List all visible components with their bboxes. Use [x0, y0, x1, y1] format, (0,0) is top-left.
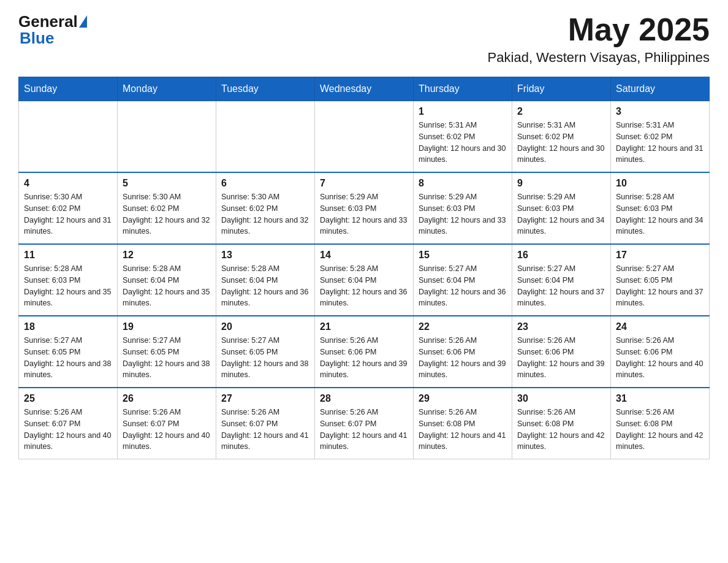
- calendar-header: SundayMondayTuesdayWednesdayThursdayFrid…: [19, 77, 710, 101]
- calendar-cell: 20Sunrise: 5:27 AM Sunset: 6:05 PM Dayli…: [216, 316, 315, 388]
- day-info: Sunrise: 5:26 AM Sunset: 6:07 PM Dayligh…: [221, 407, 309, 453]
- day-of-week-saturday: Saturday: [611, 77, 710, 101]
- calendar-cell: 3Sunrise: 5:31 AM Sunset: 6:02 PM Daylig…: [611, 101, 710, 173]
- day-number: 10: [616, 178, 704, 189]
- location-subtitle: Pakiad, Western Visayas, Philippines: [488, 50, 710, 66]
- day-number: 19: [123, 321, 211, 332]
- calendar-cell: 23Sunrise: 5:26 AM Sunset: 6:06 PM Dayli…: [512, 316, 611, 388]
- day-of-week-thursday: Thursday: [414, 77, 512, 101]
- calendar-cell: 9Sunrise: 5:29 AM Sunset: 6:03 PM Daylig…: [512, 172, 611, 244]
- calendar-cell: [216, 101, 315, 173]
- day-number: 22: [419, 321, 507, 332]
- day-info: Sunrise: 5:26 AM Sunset: 6:08 PM Dayligh…: [419, 407, 507, 453]
- calendar-cell: 8Sunrise: 5:29 AM Sunset: 6:03 PM Daylig…: [414, 172, 512, 244]
- day-info: Sunrise: 5:26 AM Sunset: 6:08 PM Dayligh…: [616, 407, 704, 453]
- day-number: 13: [221, 250, 309, 261]
- day-of-week-monday: Monday: [118, 77, 216, 101]
- day-info: Sunrise: 5:26 AM Sunset: 6:07 PM Dayligh…: [24, 407, 112, 453]
- day-info: Sunrise: 5:28 AM Sunset: 6:04 PM Dayligh…: [123, 263, 211, 309]
- calendar-cell: 16Sunrise: 5:27 AM Sunset: 6:04 PM Dayli…: [512, 244, 611, 316]
- header-right: May 2025 Pakiad, Western Visayas, Philip…: [488, 12, 710, 66]
- day-number: 12: [123, 250, 211, 261]
- calendar-cell: [118, 101, 216, 173]
- day-of-week-wednesday: Wednesday: [315, 77, 414, 101]
- day-number: 20: [221, 321, 309, 332]
- calendar-cell: 28Sunrise: 5:26 AM Sunset: 6:07 PM Dayli…: [315, 388, 414, 459]
- day-info: Sunrise: 5:26 AM Sunset: 6:06 PM Dayligh…: [517, 335, 605, 381]
- day-number: 31: [616, 393, 704, 404]
- calendar-cell: [19, 101, 118, 173]
- day-number: 15: [419, 250, 507, 261]
- day-number: 9: [517, 178, 605, 189]
- calendar-cell: [315, 101, 414, 173]
- day-info: Sunrise: 5:27 AM Sunset: 6:05 PM Dayligh…: [123, 335, 211, 381]
- day-number: 26: [123, 393, 211, 404]
- day-info: Sunrise: 5:28 AM Sunset: 6:03 PM Dayligh…: [616, 191, 704, 237]
- calendar-cell: 15Sunrise: 5:27 AM Sunset: 6:04 PM Dayli…: [414, 244, 512, 316]
- day-number: 4: [24, 178, 112, 189]
- day-info: Sunrise: 5:26 AM Sunset: 6:06 PM Dayligh…: [320, 335, 408, 381]
- day-number: 29: [419, 393, 507, 404]
- calendar-cell: 11Sunrise: 5:28 AM Sunset: 6:03 PM Dayli…: [19, 244, 118, 316]
- calendar-cell: 27Sunrise: 5:26 AM Sunset: 6:07 PM Dayli…: [216, 388, 315, 459]
- day-number: 27: [221, 393, 309, 404]
- calendar-cell: 1Sunrise: 5:31 AM Sunset: 6:02 PM Daylig…: [414, 101, 512, 173]
- day-info: Sunrise: 5:28 AM Sunset: 6:04 PM Dayligh…: [320, 263, 408, 309]
- day-info: Sunrise: 5:27 AM Sunset: 6:05 PM Dayligh…: [24, 335, 112, 381]
- day-number: 5: [123, 178, 211, 189]
- calendar-week-row: 1Sunrise: 5:31 AM Sunset: 6:02 PM Daylig…: [19, 101, 710, 173]
- calendar-cell: 22Sunrise: 5:26 AM Sunset: 6:06 PM Dayli…: [414, 316, 512, 388]
- page-header: General Blue May 2025 Pakiad, Western Vi…: [18, 12, 710, 66]
- calendar-cell: 31Sunrise: 5:26 AM Sunset: 6:08 PM Dayli…: [611, 388, 710, 459]
- month-year-title: May 2025: [488, 12, 710, 47]
- calendar-cell: 10Sunrise: 5:28 AM Sunset: 6:03 PM Dayli…: [611, 172, 710, 244]
- day-info: Sunrise: 5:30 AM Sunset: 6:02 PM Dayligh…: [24, 191, 112, 237]
- day-info: Sunrise: 5:26 AM Sunset: 6:07 PM Dayligh…: [123, 407, 211, 453]
- day-info: Sunrise: 5:27 AM Sunset: 6:05 PM Dayligh…: [616, 263, 704, 309]
- calendar-cell: 18Sunrise: 5:27 AM Sunset: 6:05 PM Dayli…: [19, 316, 118, 388]
- calendar-cell: 12Sunrise: 5:28 AM Sunset: 6:04 PM Dayli…: [118, 244, 216, 316]
- day-number: 28: [320, 393, 408, 404]
- day-number: 21: [320, 321, 408, 332]
- calendar-cell: 6Sunrise: 5:30 AM Sunset: 6:02 PM Daylig…: [216, 172, 315, 244]
- calendar-cell: 26Sunrise: 5:26 AM Sunset: 6:07 PM Dayli…: [118, 388, 216, 459]
- day-info: Sunrise: 5:28 AM Sunset: 6:03 PM Dayligh…: [24, 263, 112, 309]
- logo: General Blue: [18, 12, 87, 48]
- day-number: 14: [320, 250, 408, 261]
- calendar-cell: 24Sunrise: 5:26 AM Sunset: 6:06 PM Dayli…: [611, 316, 710, 388]
- day-info: Sunrise: 5:29 AM Sunset: 6:03 PM Dayligh…: [419, 191, 507, 237]
- calendar-cell: 29Sunrise: 5:26 AM Sunset: 6:08 PM Dayli…: [414, 388, 512, 459]
- day-number: 16: [517, 250, 605, 261]
- day-number: 24: [616, 321, 704, 332]
- day-number: 3: [616, 106, 704, 117]
- day-number: 17: [616, 250, 704, 261]
- day-info: Sunrise: 5:29 AM Sunset: 6:03 PM Dayligh…: [320, 191, 408, 237]
- day-info: Sunrise: 5:31 AM Sunset: 6:02 PM Dayligh…: [419, 120, 507, 166]
- calendar-cell: 2Sunrise: 5:31 AM Sunset: 6:02 PM Daylig…: [512, 101, 611, 173]
- calendar-cell: 4Sunrise: 5:30 AM Sunset: 6:02 PM Daylig…: [19, 172, 118, 244]
- day-of-week-tuesday: Tuesday: [216, 77, 315, 101]
- calendar-cell: 30Sunrise: 5:26 AM Sunset: 6:08 PM Dayli…: [512, 388, 611, 459]
- calendar-week-row: 25Sunrise: 5:26 AM Sunset: 6:07 PM Dayli…: [19, 388, 710, 459]
- day-number: 1: [419, 106, 507, 117]
- day-info: Sunrise: 5:31 AM Sunset: 6:02 PM Dayligh…: [517, 120, 605, 166]
- day-number: 18: [24, 321, 112, 332]
- calendar-table: SundayMondayTuesdayWednesdayThursdayFrid…: [18, 77, 710, 459]
- day-info: Sunrise: 5:27 AM Sunset: 6:04 PM Dayligh…: [517, 263, 605, 309]
- day-number: 8: [419, 178, 507, 189]
- day-info: Sunrise: 5:27 AM Sunset: 6:04 PM Dayligh…: [419, 263, 507, 309]
- day-info: Sunrise: 5:30 AM Sunset: 6:02 PM Dayligh…: [221, 191, 309, 237]
- day-info: Sunrise: 5:30 AM Sunset: 6:02 PM Dayligh…: [123, 191, 211, 237]
- day-number: 30: [517, 393, 605, 404]
- day-number: 2: [517, 106, 605, 117]
- day-info: Sunrise: 5:28 AM Sunset: 6:04 PM Dayligh…: [221, 263, 309, 309]
- calendar-cell: 5Sunrise: 5:30 AM Sunset: 6:02 PM Daylig…: [118, 172, 216, 244]
- day-info: Sunrise: 5:26 AM Sunset: 6:06 PM Dayligh…: [419, 335, 507, 381]
- calendar-cell: 19Sunrise: 5:27 AM Sunset: 6:05 PM Dayli…: [118, 316, 216, 388]
- calendar-cell: 17Sunrise: 5:27 AM Sunset: 6:05 PM Dayli…: [611, 244, 710, 316]
- calendar-cell: 21Sunrise: 5:26 AM Sunset: 6:06 PM Dayli…: [315, 316, 414, 388]
- day-info: Sunrise: 5:26 AM Sunset: 6:06 PM Dayligh…: [616, 335, 704, 381]
- day-number: 11: [24, 250, 112, 261]
- calendar-week-row: 18Sunrise: 5:27 AM Sunset: 6:05 PM Dayli…: [19, 316, 710, 388]
- calendar-week-row: 11Sunrise: 5:28 AM Sunset: 6:03 PM Dayli…: [19, 244, 710, 316]
